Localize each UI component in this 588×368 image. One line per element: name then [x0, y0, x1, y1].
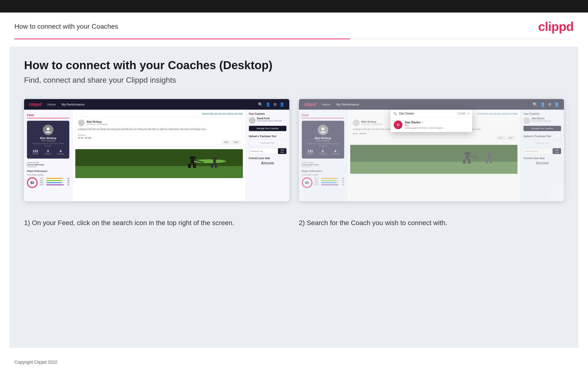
coach-name: David Ford [257, 117, 282, 120]
user-avatar-icon-2: 👤 [554, 102, 559, 107]
profile-handicap: Plus Handicap [29, 139, 67, 142]
app-logo: clippd [29, 102, 42, 107]
coach-name-2: Dan Davies [532, 117, 551, 120]
post-header: Blair McHarg Yesterday · Sunningdale [78, 120, 240, 126]
action-app[interactable]: APP [232, 140, 240, 144]
svg-rect-22 [488, 156, 491, 160]
coach-avatar [249, 117, 256, 124]
svg-point-21 [487, 153, 492, 156]
settings-icon-2: ⚙ [548, 102, 551, 107]
settings-icon[interactable]: ⚙ [273, 102, 277, 107]
verified-icon: ✓ [421, 121, 424, 124]
svg-rect-24 [490, 159, 492, 163]
feed-tab[interactable]: Feed [27, 112, 69, 118]
add-link-button[interactable]: Add Link [278, 148, 286, 154]
app-body: Feed Blair McHarg Plus Handicap Royal No… [24, 110, 289, 201]
player-perf-2: Player Performance Total Player Quality … [302, 170, 344, 188]
upload-title: Upload a Trackman Test [249, 135, 286, 138]
search-result[interactable]: D Dan Davies ✓ Pro Sunningdale Golf Club… [390, 118, 472, 132]
mock-app-1: clippd Home My Performance 🔍 👤 ⚙ 👤 [24, 99, 289, 201]
right-panel: Your Coaches David Ford Royal North Devo… [246, 110, 289, 201]
copyright-text: Copyright Clippd 2022 [14, 360, 57, 365]
nav-my-performance[interactable]: My Performance [61, 103, 85, 106]
nav-home-2: Home [322, 103, 331, 106]
profile-name-2: Blair McHarg [304, 137, 342, 139]
profile-stats: 131 Activities 3 Followers 4 [29, 149, 67, 155]
search-input-text[interactable]: Dan Davies [399, 112, 455, 115]
svg-rect-17 [465, 155, 469, 159]
profile-icon[interactable]: 👤 [266, 102, 271, 107]
profile-avatar [43, 125, 53, 135]
page-title: How to connect with your Coaches [14, 23, 118, 30]
svg-point-16 [464, 152, 471, 155]
app-navbar: clippd Home My Performance 🔍 👤 ⚙ 👤 [24, 99, 289, 110]
header: How to connect with your Coaches clippd [0, 12, 588, 38]
coach-club-2: Sunningdale Golf Club [532, 120, 551, 122]
footer: Copyright Clippd 2022 [0, 355, 588, 368]
svg-point-13 [322, 128, 325, 130]
bar-putt: PUTT 96 [40, 184, 69, 185]
left-panel: Feed Blair McHarg Plus Handicap Royal No… [24, 110, 72, 201]
screenshot-1: clippd Home My Performance 🔍 👤 ⚙ 👤 [24, 99, 289, 201]
latest-activity: Latest Activity Lesson with Fordy 03 Aug… [27, 161, 69, 167]
latest-activity-2: Latest Activity Lesson with Fordy 03 Aug… [302, 161, 344, 167]
latest-item: Lesson with Fordy [27, 164, 69, 166]
search-icon-2: 🔍 [533, 102, 537, 107]
action-ott[interactable]: OTT [222, 140, 230, 144]
stat-following-num: 4 [57, 149, 64, 153]
latest-label: Latest Activity [27, 161, 69, 164]
feed-tab-2: Feed [302, 112, 344, 118]
svg-rect-7 [193, 164, 196, 168]
user-avatar-icon[interactable]: 👤 [280, 102, 284, 107]
post-card: Blair McHarg Yesterday · Sunningdale Loo… [75, 117, 243, 147]
stat-followers: 3 Followers [44, 149, 52, 155]
bar-app: APP 85 [40, 180, 69, 181]
svg-rect-6 [188, 164, 191, 168]
profile-hero: Blair McHarg Plus Handicap Royal North D… [27, 121, 69, 159]
profile-avatar-2 [318, 125, 328, 135]
right-panel-2: Your Coaches Dan Davies Sunningdale Golf… [521, 110, 564, 201]
coach-club: Royal North Devon Golf Club [257, 120, 282, 122]
connect-title: Connect your data [249, 157, 286, 159]
screenshots-row: clippd Home My Performance 🔍 👤 ⚙ 👤 [24, 99, 564, 201]
top-bar [0, 0, 588, 12]
step-1-text: 1) On your Feed, click on the search ico… [24, 218, 289, 228]
search-bar: 🔍 Dan Davies CLEAR × [390, 110, 472, 118]
duration-label: Duration [78, 134, 85, 136]
search-icon-overlay: 🔍 [393, 112, 397, 115]
arccos-logo: Arccos [249, 161, 286, 165]
profile-club-2: Royal North Devon Golf Club, United King… [304, 142, 342, 147]
svg-rect-2 [75, 166, 243, 178]
svg-rect-10 [213, 160, 216, 164]
stat-followers-label: Followers [44, 153, 52, 155]
main-content: How to connect with your Coaches (Deskto… [10, 46, 578, 348]
nav-home[interactable]: Home [47, 103, 56, 106]
trackman-input[interactable] [249, 148, 277, 154]
manage-coaches-button[interactable]: Manage Your Coaches [249, 126, 286, 131]
player-performance: Player Performance Total Player Quality … [27, 170, 69, 188]
svg-rect-11 [211, 164, 213, 168]
profile-name: Blair McHarg [29, 137, 67, 139]
svg-rect-23 [486, 159, 488, 163]
main-subheading: Find, connect and share your Clippd insi… [24, 76, 564, 85]
control-link[interactable]: Control who can see your activity and da… [75, 112, 243, 115]
result-club: Sunningdale Golf Club, United Kingdom [405, 127, 443, 129]
search-icon[interactable]: 🔍 [258, 102, 263, 107]
profile-club: Royal North Devon Golf Club, United King… [29, 142, 67, 147]
svg-point-0 [47, 128, 50, 130]
clear-button[interactable]: CLEAR [457, 112, 465, 115]
trackman-input-row: Add Link [249, 148, 286, 154]
svg-point-9 [212, 158, 218, 160]
post-actions: OTT APP [78, 140, 240, 144]
stat-following-label: Following [57, 153, 64, 155]
app-navbar-2: clippd Home My Performance 🔍 👤 ⚙ 👤 [299, 99, 564, 110]
add-link-button-2: Add Link [553, 148, 561, 154]
left-panel-2: Feed Blair McHarg Plus Handicap Royal No… [299, 110, 347, 201]
main-heading: How to connect with your Coaches (Deskto… [24, 59, 564, 72]
search-overlay: 🔍 Dan Davies CLEAR × D Dan Davies ✓ Pro [390, 110, 472, 132]
nav-icons: 🔍 👤 ⚙ 👤 [258, 102, 284, 107]
close-icon[interactable]: × [467, 111, 469, 115]
post-image-2 [350, 145, 518, 174]
post-image [75, 149, 243, 178]
nav-icons-2: 🔍 👤 ⚙ 👤 [533, 102, 559, 107]
